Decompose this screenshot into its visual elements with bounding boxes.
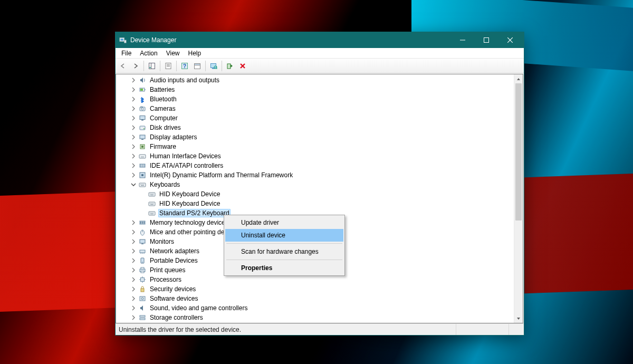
tree-node[interactable]: Storage controllers — [118, 313, 523, 322]
expander-closed-icon[interactable] — [130, 171, 137, 179]
expander-closed-icon[interactable] — [130, 124, 137, 131]
svg-rect-32 — [141, 120, 143, 121]
expander-closed-icon[interactable] — [130, 266, 137, 274]
ctx-uninstall-device[interactable]: Uninstall device — [225, 229, 343, 242]
back-button[interactable] — [117, 60, 129, 72]
date-button[interactable] — [191, 60, 203, 72]
forward-button[interactable] — [130, 60, 141, 72]
device-category-icon — [138, 76, 147, 84]
expander-closed-icon[interactable] — [130, 162, 137, 169]
tree-node[interactable]: Bluetooth — [118, 94, 523, 104]
expander-closed-icon[interactable] — [130, 105, 137, 112]
scroll-down-arrow[interactable] — [514, 314, 523, 323]
tree-node[interactable]: HID Keyboard Device — [118, 199, 523, 208]
maximize-button[interactable] — [474, 32, 498, 48]
show-hide-tree-button[interactable] — [146, 60, 158, 72]
expander-closed-icon[interactable] — [130, 114, 137, 122]
tree-node[interactable]: HID Keyboard Device — [118, 189, 523, 199]
enable-device-button[interactable] — [224, 60, 236, 72]
svg-rect-100 — [140, 315, 145, 317]
toolbar-separator — [222, 61, 222, 71]
tree-node-label: Disk drives — [149, 124, 182, 131]
svg-rect-90 — [141, 267, 144, 269]
svg-rect-53 — [141, 185, 144, 186]
expander-closed-icon[interactable] — [130, 133, 137, 141]
tree-node[interactable]: Software devices — [118, 294, 523, 303]
device-category-icon — [138, 171, 147, 179]
expander-closed-icon[interactable] — [130, 247, 137, 255]
svg-rect-65 — [152, 203, 152, 204]
tree-node[interactable]: Computer — [118, 113, 523, 123]
expander-closed-icon[interactable] — [130, 238, 137, 245]
tree-node-label: Monitors — [149, 238, 175, 245]
tree-node[interactable]: Cameras — [118, 104, 523, 113]
expander-closed-icon[interactable] — [130, 76, 137, 84]
tree-node[interactable]: Keyboards — [118, 180, 523, 189]
expander-closed-icon[interactable] — [130, 285, 137, 293]
tree-node[interactable]: Firmware — [118, 142, 523, 151]
expander-closed-icon[interactable] — [130, 295, 137, 302]
titlebar[interactable]: Device Manager — [116, 32, 524, 48]
expander-closed-icon[interactable] — [130, 95, 137, 103]
device-category-icon — [138, 123, 147, 132]
tree-node[interactable]: Sound, video and game controllers — [118, 303, 523, 313]
tree-node-label: Network adapters — [149, 247, 200, 255]
minimize-button[interactable] — [450, 32, 474, 48]
expander-closed-icon[interactable] — [130, 314, 137, 321]
scroll-up-arrow[interactable] — [514, 74, 523, 83]
tree-node[interactable]: Human Interface Devices — [118, 151, 523, 161]
svg-rect-71 — [151, 213, 151, 213]
ctx-update-driver[interactable]: Update driver — [225, 216, 343, 229]
expander-closed-icon[interactable] — [130, 143, 137, 150]
svg-rect-50 — [141, 184, 142, 185]
expander-closed-icon[interactable] — [130, 276, 137, 283]
expander-closed-icon[interactable] — [130, 152, 137, 160]
ctx-scan-hardware[interactable]: Scan for hardware changes — [225, 245, 343, 258]
expander-open-icon[interactable] — [130, 181, 137, 188]
svg-rect-38 — [141, 146, 143, 148]
menu-action[interactable]: Action — [136, 49, 161, 58]
menu-file[interactable]: File — [118, 49, 135, 58]
toolbar-separator — [143, 61, 144, 71]
svg-rect-70 — [150, 213, 150, 213]
tree-node[interactable]: Processors — [118, 275, 523, 284]
resize-grip[interactable] — [509, 324, 524, 335]
scroll-thumb[interactable] — [515, 83, 522, 221]
device-category-icon — [138, 237, 147, 246]
scan-hardware-button[interactable] — [208, 60, 219, 72]
tree-node[interactable]: Display adapters — [118, 132, 523, 142]
svg-rect-59 — [153, 194, 154, 194]
expander-closed-icon[interactable] — [130, 304, 137, 312]
svg-rect-36 — [141, 139, 143, 140]
device-category-icon — [138, 256, 147, 265]
svg-rect-51 — [142, 184, 143, 185]
tree-node[interactable]: Intel(R) Dynamic Platform and Thermal Fr… — [118, 170, 523, 180]
svg-rect-49 — [140, 184, 141, 185]
menu-view[interactable]: View — [162, 49, 184, 58]
uninstall-device-button[interactable] — [237, 60, 248, 72]
expander-closed-icon[interactable] — [130, 86, 137, 93]
device-category-icon — [138, 104, 147, 113]
tree-node[interactable]: Audio inputs and outputs — [118, 75, 523, 85]
svg-rect-74 — [150, 214, 154, 214]
tree-node[interactable]: Disk drives — [118, 123, 523, 132]
device-category-icon — [138, 247, 147, 255]
close-button[interactable] — [498, 32, 522, 48]
tree-node-label: Display adapters — [149, 133, 198, 141]
svg-rect-10 — [166, 63, 171, 69]
expander-closed-icon[interactable] — [130, 257, 137, 264]
properties-button[interactable] — [162, 60, 174, 72]
ctx-separator — [226, 243, 342, 244]
expander-closed-icon[interactable] — [130, 219, 137, 226]
help-button[interactable]: ? — [179, 60, 190, 72]
device-category-icon — [138, 228, 147, 236]
scroll-track[interactable] — [514, 83, 523, 314]
scrollbar[interactable] — [514, 74, 523, 323]
ctx-properties[interactable]: Properties — [225, 262, 343, 274]
tree-node[interactable]: Batteries — [118, 85, 523, 94]
expander-closed-icon[interactable] — [130, 228, 137, 236]
tree-node[interactable]: Security devices — [118, 284, 523, 294]
tree-node[interactable]: IDE ATA/ATAPI controllers — [118, 161, 523, 170]
menu-help[interactable]: Help — [185, 49, 205, 58]
svg-rect-39 — [139, 155, 146, 158]
